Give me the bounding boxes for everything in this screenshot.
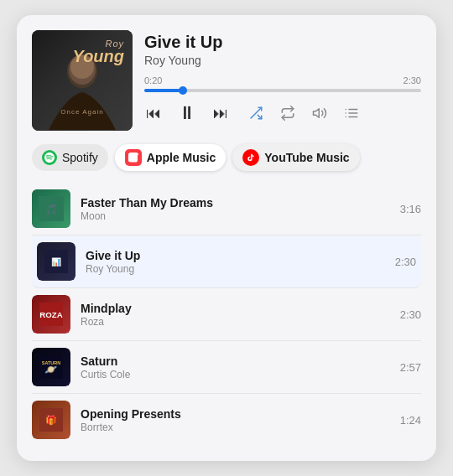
album-text-young: Young bbox=[73, 47, 124, 66]
track-list: 🎵 Faster Than My Dreams Moon 3:16 📊 bbox=[32, 183, 421, 446]
track-row-info: Opening Presents Borrtex bbox=[81, 407, 390, 433]
track-row[interactable]: 📊 Give it Up Roy Young 2:30 bbox=[32, 235, 421, 288]
track-row[interactable]: 🎵 Faster Than My Dreams Moon 3:16 bbox=[32, 183, 421, 235]
apple-music-icon bbox=[125, 149, 142, 166]
track-row[interactable]: 🎁 Opening Presents Borrtex 1:24 bbox=[32, 394, 421, 446]
progress-bar[interactable] bbox=[144, 89, 421, 92]
track-row-info: Faster Than My Dreams Moon bbox=[81, 196, 390, 222]
track-row-title: Saturn bbox=[81, 354, 390, 368]
track-artist: Roy Young bbox=[144, 54, 421, 67]
track-row-info: Saturn Curtis Cole bbox=[81, 354, 390, 380]
album-text-once: Once Again bbox=[60, 108, 103, 116]
track-row-duration: 2:30 bbox=[400, 308, 421, 321]
track-row-duration: 2:30 bbox=[395, 256, 416, 268]
rewind-button[interactable]: ⏮ bbox=[144, 103, 163, 124]
track-row-info: Mindplay Roza bbox=[81, 302, 390, 328]
track-thumb-2: 📊 bbox=[37, 242, 76, 281]
album-art: Roy Young Once Again bbox=[32, 30, 133, 131]
track-row-artist: Borrtex bbox=[81, 422, 390, 433]
track-art-2: 📊 bbox=[44, 250, 68, 273]
track-row-duration: 3:16 bbox=[400, 203, 421, 215]
progress-current: 0:20 bbox=[144, 75, 162, 85]
track-row-duration: 2:57 bbox=[400, 361, 421, 374]
track-info: Give it Up Roy Young 0:20 2:30 ⏮ ⏸ ⏭ bbox=[144, 30, 421, 126]
tab-spotify-label: Spotify bbox=[62, 151, 98, 164]
track-row-info: Give it Up Roy Young bbox=[86, 249, 385, 275]
track-thumb-4: SATURN 🪐 bbox=[32, 348, 70, 386]
svg-text:🎁: 🎁 bbox=[45, 414, 57, 426]
tab-apple-music[interactable]: Apple Music bbox=[115, 144, 226, 171]
track-art-5: 🎁 bbox=[39, 408, 63, 432]
progress-times: 0:20 2:30 bbox=[144, 75, 421, 85]
track-row-title: Mindplay bbox=[81, 302, 390, 315]
forward-button[interactable]: ⏭ bbox=[211, 103, 230, 124]
youtube-music-icon bbox=[242, 149, 259, 166]
track-row[interactable]: ROZA Mindplay Roza 2:30 bbox=[32, 288, 421, 341]
track-row-artist: Roy Young bbox=[86, 263, 385, 275]
shuffle-button[interactable] bbox=[247, 104, 265, 122]
svg-text:🎵: 🎵 bbox=[45, 204, 58, 215]
service-tabs: Spotify Apple Music YouTube Music bbox=[32, 144, 421, 171]
track-row-artist: Roza bbox=[81, 316, 390, 328]
progress-fill bbox=[144, 89, 183, 92]
track-row[interactable]: SATURN 🪐 Saturn Curtis Cole 2:57 bbox=[32, 341, 421, 394]
track-row-artist: Curtis Cole bbox=[81, 369, 390, 380]
track-art-4: SATURN 🪐 bbox=[39, 355, 63, 379]
svg-text:📊: 📊 bbox=[51, 256, 62, 267]
playback-controls: ⏮ ⏸ ⏭ bbox=[144, 101, 421, 126]
tab-apple-label: Apple Music bbox=[147, 151, 216, 164]
tab-spotify[interactable]: Spotify bbox=[32, 144, 108, 171]
track-thumb-1: 🎵 bbox=[32, 189, 70, 228]
track-art-3: ROZA bbox=[39, 303, 63, 326]
volume-button[interactable] bbox=[310, 104, 329, 122]
track-row-artist: Moon bbox=[81, 210, 390, 222]
track-row-duration: 1:24 bbox=[400, 414, 421, 427]
track-title: Give it Up bbox=[144, 32, 421, 52]
progress-dot bbox=[179, 86, 187, 95]
track-art-1: 🎵 bbox=[39, 196, 64, 221]
tab-youtube-music[interactable]: YouTube Music bbox=[232, 144, 359, 171]
queue-button[interactable] bbox=[342, 104, 361, 122]
progress-container[interactable]: 0:20 2:30 bbox=[144, 75, 421, 92]
svg-text:🪐: 🪐 bbox=[45, 363, 59, 376]
track-thumb-3: ROZA bbox=[32, 295, 70, 334]
track-row-title: Opening Presents bbox=[81, 407, 390, 421]
svg-text:ROZA: ROZA bbox=[39, 310, 63, 319]
spotify-icon bbox=[42, 150, 57, 165]
repeat-button[interactable] bbox=[279, 104, 297, 122]
now-playing-section: Roy Young Once Again Give it Up Roy Youn… bbox=[32, 30, 421, 131]
track-thumb-5: 🎁 bbox=[32, 401, 70, 439]
track-row-title: Faster Than My Dreams bbox=[81, 196, 390, 210]
pause-button[interactable]: ⏸ bbox=[176, 101, 198, 126]
svg-marker-5 bbox=[314, 109, 320, 118]
main-card: Roy Young Once Again Give it Up Roy Youn… bbox=[17, 15, 436, 461]
progress-total: 2:30 bbox=[404, 75, 421, 85]
tab-youtube-label: YouTube Music bbox=[264, 151, 349, 164]
track-row-title: Give it Up bbox=[86, 249, 385, 262]
